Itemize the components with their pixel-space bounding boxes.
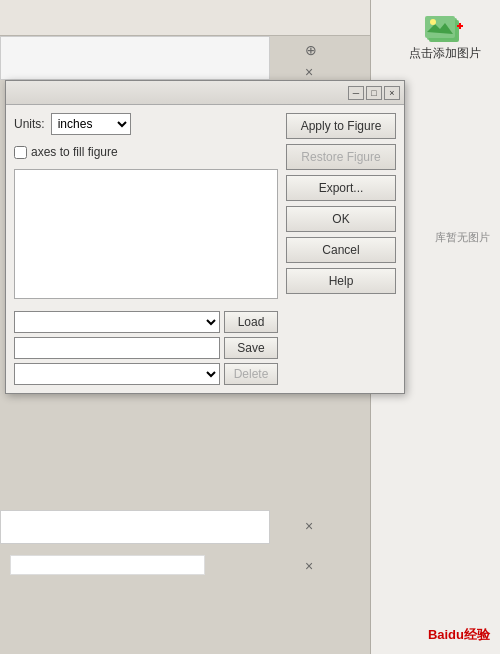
units-row: Units: inches centimeters pixels points [14,113,278,135]
dialog-window: ─ □ × Units: inches centimeters pixels p… [5,80,405,394]
units-select[interactable]: inches centimeters pixels points [51,113,131,135]
delete-button[interactable]: Delete [224,363,278,385]
bg-content-top [0,36,270,80]
load-row: Load [14,311,278,333]
close-icon-3: × [305,558,313,574]
bg-content-bottom1 [0,510,270,544]
content-box [14,169,278,299]
dialog-body: Units: inches centimeters pixels points … [6,105,404,393]
help-button[interactable]: Help [286,268,396,294]
bg-strip-1 [10,555,205,575]
bottom-controls: Load Save Delete [14,311,278,385]
cancel-button[interactable]: Cancel [286,237,396,263]
dialog-left-panel: Units: inches centimeters pixels points … [14,113,278,385]
apply-to-figure-button[interactable]: Apply to Figure [286,113,396,139]
delete-row: Delete [14,363,278,385]
maximize-button[interactable]: □ [366,86,382,100]
checkbox-row-1: axes to fill figure [14,145,278,159]
checkbox-1-label: axes to fill figure [31,145,118,159]
minimize-button[interactable]: ─ [348,86,364,100]
units-label: Units: [14,117,45,131]
save-button[interactable]: Save [224,337,278,359]
save-row: Save [14,337,278,359]
add-image-label: 点击添加图片 [409,46,481,62]
baidu-label: Baidu经验 [428,627,490,642]
dialog-right-panel: Apply to Figure Restore Figure Export...… [286,113,396,385]
delete-select[interactable] [14,363,220,385]
load-select[interactable] [14,311,220,333]
no-image-text: 库暂无图片 [435,230,490,245]
baidu-watermark: Baidu经验 [428,626,490,644]
dialog-titlebar: ─ □ × [6,81,404,105]
export-button[interactable]: Export... [286,175,396,201]
checkbox-1[interactable] [14,146,27,159]
close-button[interactable]: × [384,86,400,100]
add-image-button[interactable]: 点击添加图片 [395,8,495,68]
load-button[interactable]: Load [224,311,278,333]
add-image-icon [425,14,465,46]
svg-rect-2 [425,16,455,38]
move-icon: ⊕ [305,42,317,58]
save-input[interactable] [14,337,220,359]
top-toolbar [0,0,370,36]
restore-figure-button[interactable]: Restore Figure [286,144,396,170]
svg-point-4 [430,19,436,25]
close-icon-2: × [305,518,313,534]
ok-button[interactable]: OK [286,206,396,232]
